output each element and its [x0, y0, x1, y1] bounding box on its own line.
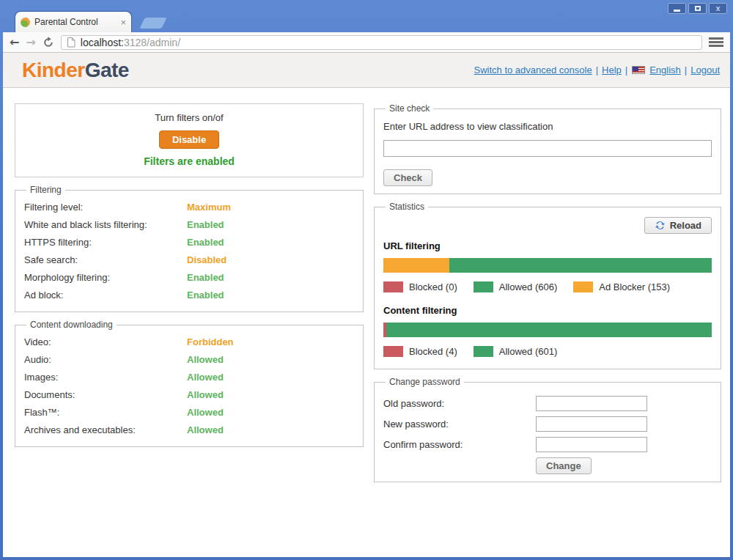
filter-status-text: Filters are enabled	[15, 155, 363, 167]
statistics-legend: Statistics	[386, 202, 428, 212]
legend-swatch	[573, 281, 593, 292]
url-text: localhost:3128/admin/	[81, 37, 180, 48]
setting-label: Audio:	[24, 351, 187, 369]
setting-row: Video:Forbidden	[24, 334, 354, 351]
setting-value: Enabled	[187, 269, 224, 287]
forward-button[interactable]: →	[26, 37, 35, 48]
link-language[interactable]: English	[649, 65, 681, 75]
browser-titlebar[interactable]: Parental Control × x	[3, 0, 730, 32]
site-check-legend: Site check	[386, 103, 433, 114]
password-fields: Old password:New password:Confirm passwo…	[383, 396, 712, 452]
address-bar[interactable]: localhost:3128/admin/	[61, 35, 702, 50]
setting-row: Morphology filtering:Enabled	[24, 269, 354, 287]
filtering-legend: Filtering	[26, 185, 65, 195]
setting-value: Allowed	[187, 369, 224, 386]
setting-label: Ad block:	[24, 287, 187, 304]
bar-segment-allowed	[449, 258, 712, 273]
setting-value: Allowed	[187, 386, 224, 404]
new-password-input[interactable]	[536, 416, 647, 432]
back-button[interactable]: ←	[10, 37, 19, 48]
maximize-button[interactable]	[688, 3, 707, 14]
logo-kinder: Kinder	[22, 59, 85, 81]
setting-row: Safe search:Disabled	[24, 251, 354, 269]
old-password-input[interactable]	[536, 396, 647, 411]
url-filtering-chart: URL filteringBlocked (0)Allowed (606)Ad …	[383, 240, 712, 292]
chart-title: Content filtering	[383, 305, 712, 316]
bar-segment-ad-blocker	[383, 258, 449, 273]
setting-label: Morphology filtering:	[24, 269, 187, 287]
setting-value: Allowed	[187, 351, 224, 369]
setting-row: Documents:Allowed	[24, 386, 354, 404]
setting-value: Enabled	[187, 216, 224, 234]
setting-value: Disabled	[187, 251, 226, 269]
legend-swatch	[383, 281, 403, 292]
legend-swatch	[474, 281, 493, 292]
setting-row: Filtering level:Maximum	[24, 199, 354, 216]
setting-row: Ad block:Enabled	[24, 287, 354, 304]
password-label: Old password:	[383, 398, 536, 409]
site-check-fieldset: Site check Enter URL address to view cla…	[374, 103, 721, 194]
reload-stats-button[interactable]: Reload	[644, 217, 712, 234]
change-password-button[interactable]: Change	[536, 457, 592, 474]
setting-value: Enabled	[187, 287, 224, 304]
window-controls: x	[668, 3, 727, 14]
password-row: New password:	[383, 416, 712, 432]
legend-item: Blocked (0)	[383, 281, 457, 292]
link-help[interactable]: Help	[602, 65, 622, 75]
us-flag-icon	[632, 66, 645, 74]
page-content: KinderGate Switch to advanced console | …	[3, 53, 730, 557]
refresh-icon	[655, 220, 666, 231]
filtering-fieldset: Filtering Filtering level:MaximumWhite a…	[15, 185, 364, 312]
site-check-url-input[interactable]	[383, 140, 712, 157]
setting-label: Filtering level:	[24, 199, 187, 216]
setting-row: Images:Allowed	[24, 369, 354, 386]
setting-label: Flash™:	[24, 404, 187, 421]
legend-label: Blocked (4)	[409, 346, 457, 357]
legend-label: Ad Blocker (153)	[599, 281, 670, 292]
setting-row: Archives and executables:Allowed	[24, 421, 354, 439]
content-downloading-fieldset: Content downloading Video:ForbiddenAudio…	[15, 320, 364, 447]
setting-row: Flash™:Allowed	[24, 404, 354, 421]
password-label: Confirm password:	[383, 439, 536, 450]
link-advanced-console[interactable]: Switch to advanced console	[474, 65, 592, 75]
change-password-legend: Change password	[386, 377, 464, 387]
disable-filters-button[interactable]: Disable	[159, 130, 219, 149]
setting-label: White and black lists filtering:	[24, 216, 187, 234]
chart-title: URL filtering	[383, 240, 712, 251]
setting-label: Video:	[24, 334, 187, 351]
tab-title: Parental Control	[34, 17, 116, 27]
legend-swatch	[474, 346, 493, 357]
site-header: KinderGate Switch to advanced console | …	[3, 53, 730, 88]
url-host: localhost:	[81, 37, 124, 48]
setting-label: Safe search:	[24, 251, 187, 269]
statistics-fieldset: Statistics Reload URL filteringBlocked (…	[374, 202, 721, 369]
browser-toolbar: ← → localhost:3128/admin/	[3, 32, 730, 53]
browser-tab[interactable]: Parental Control ×	[15, 11, 132, 32]
check-button[interactable]: Check	[383, 169, 432, 186]
close-button[interactable]: x	[709, 3, 727, 14]
setting-value: Allowed	[187, 404, 224, 421]
confirm-password-input[interactable]	[536, 437, 647, 452]
reload-icon	[43, 37, 54, 48]
link-logout[interactable]: Logout	[690, 65, 720, 75]
filter-toggle-title: Turn filters on/of	[15, 112, 363, 123]
url-path: 3128/admin/	[124, 37, 180, 48]
password-label: New password:	[383, 419, 536, 430]
link-separator: |	[625, 65, 627, 75]
link-separator: |	[685, 65, 687, 75]
legend-label: Allowed (601)	[499, 346, 558, 357]
main-area: Turn filters on/of Disable Filters are e…	[3, 88, 730, 557]
kindergate-favicon-icon	[21, 18, 30, 27]
right-column: Site check Enter URL address to view cla…	[374, 103, 721, 557]
chart-legend: Blocked (4)Allowed (601)	[383, 346, 712, 357]
new-tab-button[interactable]	[139, 18, 166, 29]
site-check-prompt: Enter URL address to view classification	[383, 121, 712, 132]
tab-close-icon[interactable]: ×	[120, 18, 126, 27]
filtering-rows: Filtering level:MaximumWhite and black l…	[24, 199, 354, 304]
password-row: Confirm password:	[383, 437, 712, 452]
bar-segment-allowed	[386, 323, 712, 337]
reload-page-button[interactable]	[43, 37, 54, 48]
minimize-button[interactable]	[668, 3, 686, 14]
menu-icon[interactable]	[709, 37, 723, 47]
setting-label: Images:	[24, 369, 187, 386]
